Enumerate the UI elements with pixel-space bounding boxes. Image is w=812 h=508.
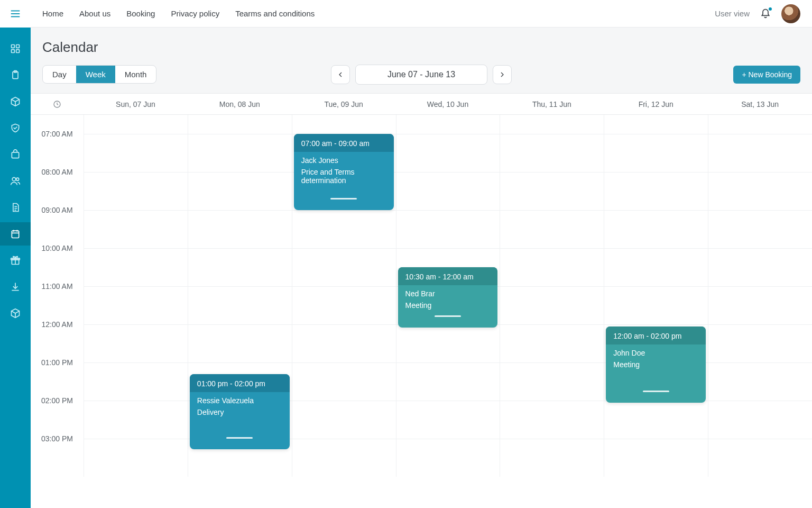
calendar-cell[interactable] (396, 401, 500, 439)
calendar-cell[interactable] (604, 401, 708, 439)
nav-link-home[interactable]: Home (42, 9, 63, 18)
drag-handle-icon[interactable] (643, 391, 669, 392)
calendar-cell[interactable] (84, 134, 188, 172)
sidebar-item-package2[interactable] (0, 302, 31, 325)
calendar-cell[interactable] (188, 248, 292, 286)
sidebar-item-dashboard[interactable] (0, 37, 31, 60)
calendar-cell[interactable] (292, 324, 396, 362)
calendar-cell[interactable] (708, 286, 812, 324)
calendar-cell[interactable] (500, 439, 604, 477)
clock-icon (53, 100, 61, 108)
calendar-cell[interactable] (500, 134, 604, 172)
calendar-cell[interactable] (84, 248, 188, 286)
calendar-cell[interactable] (604, 210, 708, 248)
date-range-display[interactable]: June 07 - June 13 (355, 65, 487, 85)
user-view-link[interactable]: User view (715, 9, 750, 18)
calendar-cell[interactable] (708, 362, 812, 401)
calendar-cell[interactable] (84, 210, 188, 248)
calendar-cell[interactable] (708, 134, 812, 172)
sidebar-item-calendar[interactable] (0, 222, 31, 246)
sidebar-item-gift[interactable] (0, 249, 31, 272)
calendar-cell[interactable] (188, 172, 292, 210)
sidebar-item-clipboard[interactable] (0, 64, 31, 87)
nav-link-privacy[interactable]: Privacy policy (171, 9, 219, 18)
calendar-cell[interactable] (604, 439, 708, 477)
calendar-cell[interactable] (292, 210, 396, 248)
calendar-cell[interactable] (708, 439, 812, 477)
menu-toggle[interactable] (0, 0, 31, 28)
drag-handle-icon[interactable] (435, 315, 461, 317)
view-month[interactable]: Month (115, 66, 156, 83)
sidebar-item-download[interactable] (0, 275, 31, 298)
event-person: Ned Brar (405, 289, 491, 298)
drag-handle-icon[interactable] (330, 198, 357, 199)
view-day[interactable]: Day (43, 66, 76, 83)
notifications-button[interactable] (760, 8, 771, 19)
svg-rect-15 (12, 231, 19, 238)
nav-link-about[interactable]: About us (79, 9, 110, 18)
avatar[interactable] (781, 4, 800, 23)
calendar-event[interactable]: 07:00 am - 09:00 amJack JonesPrice and T… (294, 134, 394, 210)
calendar-cell[interactable] (708, 172, 812, 210)
calendar-cell[interactable] (604, 134, 708, 172)
sidebar-item-shield[interactable] (0, 116, 31, 140)
calendar-cell[interactable] (604, 248, 708, 286)
calendar-cell[interactable] (84, 401, 188, 439)
prev-week-button[interactable] (331, 65, 350, 84)
calendar-grid[interactable]: 07:00 AM08:00 AM09:00 AM10:00 AM11:00 AM… (31, 115, 812, 508)
nav-link-booking[interactable]: Booking (126, 9, 155, 18)
sidebar-item-document[interactable] (0, 196, 31, 219)
calendar-cell[interactable] (500, 362, 604, 401)
calendar-cell[interactable] (292, 362, 396, 401)
calendar-cell[interactable] (396, 134, 500, 172)
calendar-cell[interactable] (396, 172, 500, 210)
calendar-cell[interactable] (500, 210, 604, 248)
calendar-cell[interactable] (84, 324, 188, 362)
calendar-event[interactable]: 01:00 pm - 02:00 pmRessie ValezuelaDeliv… (190, 374, 290, 449)
calendar-cell[interactable] (500, 286, 604, 324)
calendar-event[interactable]: 10:30 am - 12:00 amNed BrarMeeting (398, 267, 498, 328)
view-week[interactable]: Week (76, 66, 115, 83)
calendar-cell[interactable] (500, 172, 604, 210)
calendar-cell[interactable] (500, 401, 604, 439)
calendar-cell[interactable] (292, 439, 396, 477)
calendar-cell[interactable] (84, 172, 188, 210)
calendar-cell[interactable] (188, 134, 292, 172)
calendar-cell[interactable] (292, 286, 396, 324)
sidebar-item-users[interactable] (0, 169, 31, 193)
calendar-cell[interactable] (500, 324, 604, 362)
calendar-cell[interactable] (708, 324, 812, 362)
page-title: Calendar (42, 39, 800, 56)
sidebar-item-bag[interactable] (0, 143, 31, 166)
drag-handle-icon[interactable] (226, 437, 253, 439)
calendar-cell[interactable] (292, 248, 396, 286)
nav-link-terms[interactable]: Tearms and conditions (235, 9, 315, 18)
next-week-button[interactable] (493, 65, 512, 84)
calendar-cell[interactable] (396, 439, 500, 477)
calendar-cell[interactable] (500, 248, 604, 286)
calendar-cell[interactable] (84, 286, 188, 324)
calendar-cell[interactable] (292, 401, 396, 439)
calendar-cell[interactable] (396, 324, 500, 362)
calendar-cell[interactable] (84, 362, 188, 401)
calendar-cell[interactable] (396, 362, 500, 401)
gift-icon (10, 255, 21, 266)
calendar-cell[interactable] (84, 439, 188, 477)
calendar-cell[interactable] (188, 286, 292, 324)
calendar-cell[interactable] (708, 248, 812, 286)
new-booking-button[interactable]: + New Booking (733, 66, 800, 84)
svg-point-11 (16, 178, 19, 180)
calendar-cell[interactable] (188, 324, 292, 362)
calendar-cell[interactable] (604, 172, 708, 210)
calendar-cell[interactable] (188, 210, 292, 248)
calendar-cell[interactable] (604, 286, 708, 324)
calendar-event[interactable]: 12:00 am - 02:00 pmJohn DoeMeeting (606, 326, 706, 403)
sidebar-item-package[interactable] (0, 90, 31, 113)
time-label: 10:00 AM (31, 248, 84, 286)
time-label: 11:00 AM (31, 286, 84, 324)
top-nav: Home About us Booking Privacy policy Tea… (31, 0, 812, 28)
calendar-cell[interactable] (708, 401, 812, 439)
calendar-cell[interactable] (708, 210, 812, 248)
calendar-cell[interactable] (396, 210, 500, 248)
hamburger-icon (10, 8, 21, 20)
